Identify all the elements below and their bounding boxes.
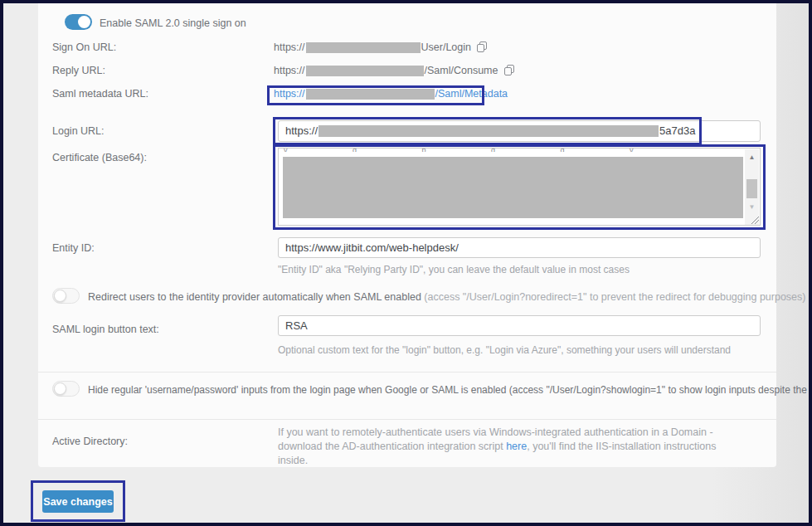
saml-metadata-url-label: Saml metadata URL: xyxy=(52,88,148,100)
login-url-suffix: 5a7d3a xyxy=(659,121,695,141)
enable-saml-toggle[interactable] xyxy=(65,14,92,30)
certificate-text-fragment: y g p q g y xyxy=(284,146,740,152)
entity-id-help: "Entity ID" aka "Relying Party ID", you … xyxy=(278,264,630,275)
scroll-up-icon[interactable]: ▲ xyxy=(745,151,759,163)
redacted-block xyxy=(318,125,659,137)
ad-here-link[interactable]: here xyxy=(506,441,527,452)
redacted-block xyxy=(306,42,421,53)
redirect-toggle-label: Redirect users to the identity provider … xyxy=(88,291,806,303)
save-changes-button[interactable]: Save changes xyxy=(42,490,114,513)
divider xyxy=(38,372,776,373)
scrollbar-thumb[interactable] xyxy=(746,179,757,198)
enable-saml-label: Enable SAML 2.0 single sign on xyxy=(100,17,246,29)
toggle-knob xyxy=(54,382,66,395)
url-suffix: /Saml/Consume xyxy=(425,65,498,76)
certificate-textarea[interactable]: y g p q g y ▲ ▼ xyxy=(278,148,761,226)
saml-settings-panel: Enable SAML 2.0 single sign on Sign On U… xyxy=(38,3,776,467)
metadata-link-prefix: https:// xyxy=(274,88,305,100)
copy-icon[interactable] xyxy=(477,41,487,55)
saml-button-text-label: SAML login button text: xyxy=(52,324,159,335)
toggle-knob xyxy=(78,16,90,28)
resize-grip-icon[interactable] xyxy=(750,215,759,224)
toggle-knob xyxy=(54,290,66,302)
page: Enable SAML 2.0 single sign on Sign On U… xyxy=(0,0,812,526)
redacted-block xyxy=(306,89,435,100)
certificate-label: Certificate (Base64): xyxy=(52,152,147,163)
login-url-prefix: https:// xyxy=(285,121,318,141)
divider xyxy=(38,419,776,420)
redirect-label-note: (access "/User/Login?noredirect=1" to pr… xyxy=(424,291,805,303)
redacted-block xyxy=(306,66,424,76)
reply-url-label: Reply URL: xyxy=(52,65,105,76)
saml-button-text-help: Optional custom text for the "login" but… xyxy=(278,344,731,356)
url-prefix: https:// xyxy=(274,41,305,53)
reply-url-value: https:///Saml/Consume xyxy=(274,65,514,78)
annotation-box-save: Save changes xyxy=(31,480,125,522)
login-url-label: Login URL: xyxy=(52,125,105,137)
metadata-link-suffix: /Saml/Metadata xyxy=(435,88,508,100)
saml-button-text-input[interactable] xyxy=(278,315,761,336)
hide-login-inputs-toggle[interactable] xyxy=(52,381,80,397)
redirect-toggle[interactable] xyxy=(52,288,80,304)
hide-login-inputs-label: Hide regular 'username/password' inputs … xyxy=(88,384,812,396)
sign-on-url-value: https://User/Login xyxy=(274,41,487,55)
entity-id-input[interactable] xyxy=(278,237,761,258)
active-directory-label: Active Directory: xyxy=(52,436,128,447)
sign-on-url-label: Sign On URL: xyxy=(52,41,116,53)
redacted-block xyxy=(283,157,743,218)
redirect-label-main: Redirect users to the identity provider … xyxy=(88,291,424,303)
login-url-input[interactable]: https://5a7d3a xyxy=(278,120,761,142)
active-directory-text: If you want to remotely-authenticate use… xyxy=(278,426,732,468)
saml-metadata-url-link[interactable]: https:///Saml/Metadata xyxy=(274,88,508,100)
url-suffix: User/Login xyxy=(421,41,471,53)
copy-icon[interactable] xyxy=(504,65,514,78)
scroll-down-icon[interactable]: ▼ xyxy=(745,201,759,213)
entity-id-label: Entity ID: xyxy=(52,242,95,254)
url-prefix: https:// xyxy=(274,65,305,76)
certificate-scrollbar[interactable]: ▲ ▼ xyxy=(745,149,759,225)
